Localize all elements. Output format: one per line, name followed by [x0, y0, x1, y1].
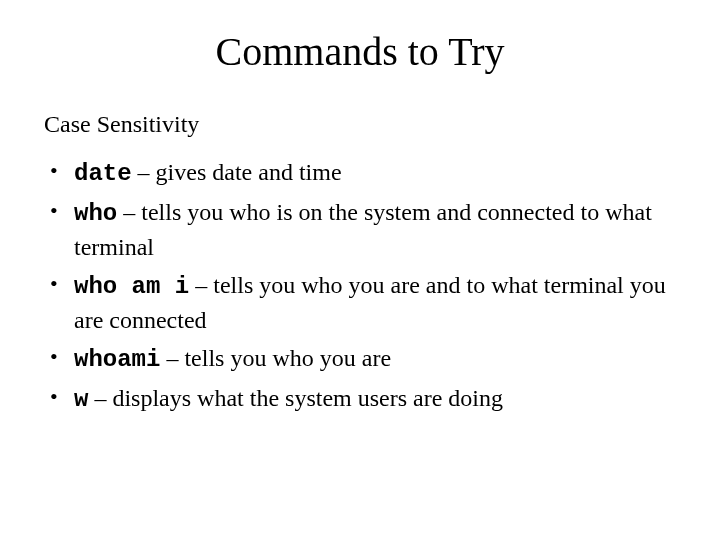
bullet-list: date – gives date and time who – tells y… [50, 156, 676, 417]
list-item: date – gives date and time [50, 156, 676, 190]
description-text: displays what the system users are doing [112, 385, 503, 411]
slide: Commands to Try Case Sensitivity date – … [0, 0, 720, 540]
list-item: w – displays what the system users are d… [50, 382, 676, 416]
slide-title: Commands to Try [44, 28, 676, 75]
separator: – [88, 385, 112, 411]
command-text: who am i [74, 273, 189, 300]
separator: – [160, 345, 184, 371]
description-text: tells you who you are [184, 345, 391, 371]
description-text: tells you who is on the system and conne… [74, 199, 652, 259]
list-item: who am i – tells you who you are and to … [50, 269, 676, 336]
slide-subtitle: Case Sensitivity [44, 111, 676, 138]
separator: – [117, 199, 141, 225]
separator: – [132, 159, 156, 185]
list-item: who – tells you who is on the system and… [50, 196, 676, 263]
command-text: whoami [74, 346, 160, 373]
command-text: w [74, 386, 88, 413]
separator: – [189, 272, 213, 298]
command-text: who [74, 200, 117, 227]
description-text: gives date and time [156, 159, 342, 185]
list-item: whoami – tells you who you are [50, 342, 676, 376]
command-text: date [74, 160, 132, 187]
